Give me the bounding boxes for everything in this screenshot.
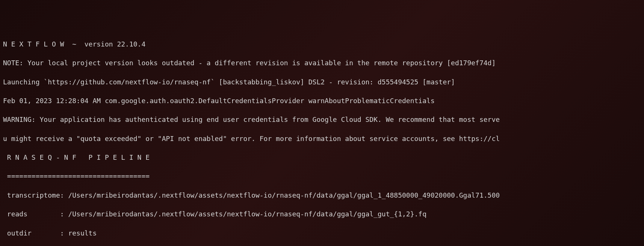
nextflow-banner: N E X T F L O W ~ version 22.10.4 (3, 39, 641, 49)
pipeline-separator: =================================== (3, 171, 641, 181)
warning-line-1: WARNING: Your application has authentica… (3, 115, 641, 124)
reads-path: reads : /Users/mribeirodantas/.nextflow/… (3, 209, 641, 219)
pipeline-title: R N A S E Q - N F P I P E L I N E (3, 153, 641, 162)
launching-message: Launching `https://github.com/nextflow-i… (3, 77, 641, 87)
outdir-path: outdir : results (3, 228, 641, 238)
timestamp-log: Feb 01, 2023 12:28:04 AM com.google.auth… (3, 96, 641, 105)
note-message: NOTE: Your local project version looks o… (3, 58, 641, 68)
warning-line-2: u might receive a "quota exceeded" or "A… (3, 134, 641, 143)
transcriptome-path: transcriptome: /Users/mribeirodantas/.ne… (3, 190, 641, 200)
